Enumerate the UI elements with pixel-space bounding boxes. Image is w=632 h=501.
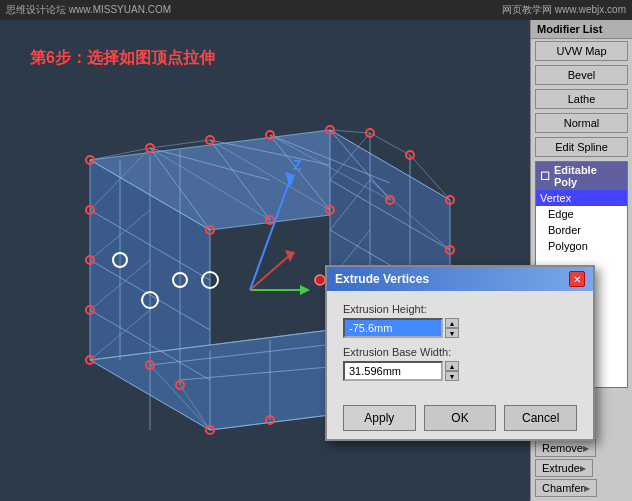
chamfer-arrow-icon: ▶ (584, 484, 590, 493)
lathe-button[interactable]: Lathe (535, 89, 628, 109)
extrusion-height-spinner: ▲ ▼ (445, 318, 459, 338)
editable-poly-label: Editable Poly (554, 164, 623, 188)
svg-text:Z: Z (293, 157, 302, 173)
modifier-list-header: Modifier List (531, 20, 632, 39)
uvw-map-button[interactable]: UVW Map (535, 41, 628, 61)
svg-point-84 (315, 275, 325, 285)
edge-label: Edge (548, 208, 574, 220)
extrusion-height-field: Extrusion Height: ▲ ▼ (343, 303, 577, 338)
top-bar: 思维设计论坛 www.MISSYUAN.COM 网页教学网 www.webjx.… (0, 0, 632, 20)
remove-label: Remove (542, 442, 583, 454)
extrusion-height-input-row: ▲ ▼ (343, 318, 577, 338)
cancel-button[interactable]: Cancel (504, 405, 577, 431)
extrusion-base-width-field: Extrusion Base Width: ▲ ▼ (343, 346, 577, 381)
dialog-titlebar: Extrude Vertices ✕ (327, 267, 593, 291)
border-item[interactable]: Border (536, 222, 627, 238)
extrusion-base-width-spinner: ▲ ▼ (445, 361, 459, 381)
bevel-button[interactable]: Bevel (535, 65, 628, 85)
extrusion-height-up-btn[interactable]: ▲ (445, 318, 459, 328)
extrude-label: Extrude (542, 462, 580, 474)
step-instruction: 第6步：选择如图顶点拉伸 (30, 48, 215, 69)
extrusion-base-width-input[interactable] (343, 361, 443, 381)
remove-button[interactable]: Remove ▶ (535, 439, 596, 457)
dialog-close-button[interactable]: ✕ (569, 271, 585, 287)
bottom-buttons: Remove ▶ Extrude ▶ Chamfer ▶ (531, 435, 632, 501)
normal-button[interactable]: Normal (535, 113, 628, 133)
apply-button[interactable]: Apply (343, 405, 416, 431)
ok-button[interactable]: OK (424, 405, 497, 431)
extrude-button[interactable]: Extrude ▶ (535, 459, 593, 477)
polygon-label: Polygon (548, 240, 588, 252)
extrude-arrow-icon: ▶ (580, 464, 586, 473)
modifier-list-label: Modifier List (537, 23, 602, 35)
edge-item[interactable]: Edge (536, 206, 627, 222)
dialog-body: Extrusion Height: ▲ ▼ Extrusion Base Wid… (327, 291, 593, 397)
left-watermark: 思维设计论坛 www.MISSYUAN.COM (6, 3, 171, 17)
chamfer-label: Chamfer (542, 482, 584, 494)
extrusion-base-width-down-btn[interactable]: ▼ (445, 371, 459, 381)
right-watermark: 网页教学网 www.webjx.com (502, 3, 626, 17)
extrusion-height-down-btn[interactable]: ▼ (445, 328, 459, 338)
remove-arrow-icon: ▶ (583, 444, 589, 453)
vertex-label: Vertex (540, 192, 571, 204)
dialog-title: Extrude Vertices (335, 272, 429, 286)
polygon-item[interactable]: Polygon (536, 238, 627, 254)
extrusion-base-width-label: Extrusion Base Width: (343, 346, 577, 358)
dialog-buttons-row: Apply OK Cancel (327, 397, 593, 439)
extrude-vertices-dialog[interactable]: Extrude Vertices ✕ Extrusion Height: ▲ ▼… (325, 265, 595, 441)
extrusion-height-label: Extrusion Height: (343, 303, 577, 315)
edit-spline-button[interactable]: Edit Spline (535, 137, 628, 157)
extrusion-base-width-up-btn[interactable]: ▲ (445, 361, 459, 371)
vertex-item[interactable]: Vertex (536, 190, 627, 206)
editable-poly-item[interactable]: ☐ Editable Poly (536, 162, 627, 190)
extrusion-base-width-input-row: ▲ ▼ (343, 361, 577, 381)
border-label: Border (548, 224, 581, 236)
extrusion-height-input[interactable] (343, 318, 443, 338)
chamfer-button[interactable]: Chamfer ▶ (535, 479, 597, 497)
